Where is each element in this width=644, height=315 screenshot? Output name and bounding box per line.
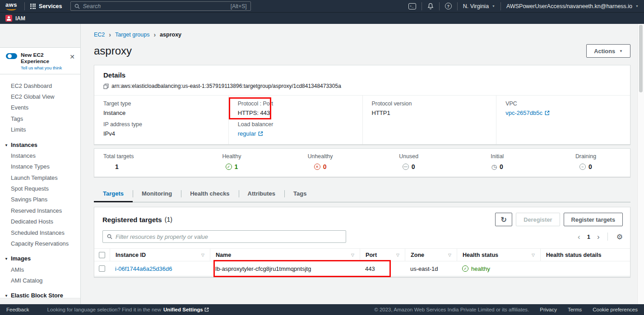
next-page-icon[interactable]: ›	[597, 233, 600, 241]
tab-attributes[interactable]: Attributes	[239, 186, 284, 202]
sidebar-item-ec2-dashboard[interactable]: EC2 Dashboard	[0, 80, 80, 91]
main-content: EC2 › Target groups › asproxy asproxy Ac…	[81, 24, 644, 304]
triangle-down-icon: ▼	[5, 257, 8, 261]
notifications-bell-icon[interactable]	[427, 3, 434, 10]
draining-minus-icon: −	[579, 164, 586, 170]
sidebar-item-ami-catalog[interactable]: AMI Catalog	[0, 275, 80, 286]
actions-button[interactable]: Actions ▼	[586, 44, 630, 58]
page-number[interactable]: 1	[587, 233, 590, 240]
aws-logo[interactable]: aws	[5, 2, 17, 10]
sort-icon[interactable]: ▽	[445, 253, 451, 257]
services-label: Services	[39, 3, 62, 9]
sort-icon[interactable]: ▽	[347, 253, 354, 257]
external-link-icon	[545, 110, 550, 115]
sidebar-item-spot-requests[interactable]: Spot Requests	[0, 183, 80, 194]
unused-icon: ⋯	[403, 164, 409, 170]
copyright-text: © 2023, Amazon Web Services India Privat…	[374, 307, 529, 312]
new-experience-label: New EC2 Experience	[21, 52, 69, 64]
search-input[interactable]	[83, 3, 231, 9]
tab-health-checks[interactable]: Health checks	[181, 186, 238, 202]
vpc-label: VPC	[505, 100, 621, 107]
scrollbar-thumb[interactable]	[639, 25, 643, 92]
tell-us-link[interactable]: Tell us what you think	[21, 65, 69, 70]
previous-page-icon[interactable]: ‹	[578, 233, 580, 241]
region-selector[interactable]: N. Virginia ▼	[463, 3, 495, 9]
sort-icon[interactable]: ▽	[528, 253, 535, 257]
sidebar-item-ec2-global-view[interactable]: EC2 Global View	[0, 91, 80, 102]
protocol-port-value: HTTPS: 443	[238, 110, 353, 116]
close-icon[interactable]: ✕	[69, 54, 75, 60]
row-checkbox[interactable]	[99, 265, 105, 272]
sidebar-item-capacity-reservations[interactable]: Capacity Reservations	[0, 238, 80, 249]
filter-box[interactable]	[102, 230, 346, 243]
help-icon[interactable]: ?	[445, 3, 452, 9]
protocol-version-label: Protocol version	[372, 100, 487, 107]
aws-logo-text: aws	[5, 2, 17, 7]
stat-draining: Draining −0	[542, 153, 630, 170]
sidebar-item-limits[interactable]: Limits	[0, 124, 80, 135]
deregister-button[interactable]: Deregister	[516, 213, 560, 226]
sidebar-item-instance-types[interactable]: Instance Types	[0, 161, 80, 172]
external-link-icon	[258, 131, 263, 136]
sort-icon[interactable]: ▽	[393, 253, 399, 257]
sidebar-item-amis[interactable]: AMIs	[0, 264, 80, 275]
breadcrumb-current: asproxy	[160, 32, 181, 38]
new-experience-toggle[interactable]	[6, 53, 17, 59]
cloudshell-icon[interactable]: ›_	[408, 3, 416, 9]
healthy-check-icon: ✓	[462, 265, 468, 272]
table-row: i-06f1744a6a25d36d6 lb-asproxytyler-cfcg…	[94, 261, 630, 276]
tab-tags[interactable]: Tags	[284, 186, 315, 202]
sidebar-nav: EC2 Dashboard EC2 Global View Events Tag…	[0, 74, 80, 298]
cookie-preferences-link[interactable]: Cookie preferences	[593, 307, 638, 312]
sidebar-section-ebs[interactable]: ▼Elastic Block Store	[0, 290, 80, 298]
sidebar-section-images[interactable]: ▼Images	[0, 253, 80, 264]
account-menu[interactable]: AWSPowerUserAccess/navaneeth.kn@harness.…	[506, 3, 639, 9]
aws-smile-icon	[6, 7, 16, 10]
load-balancer-link[interactable]: regular	[238, 130, 353, 137]
table-settings-gear-icon[interactable]: ⚙	[616, 233, 623, 241]
services-menu-button[interactable]: Services	[30, 3, 62, 9]
copy-icon[interactable]	[103, 83, 109, 89]
stat-unused: Unused ⋯0	[365, 153, 453, 170]
ip-address-type-value: IPv4	[103, 130, 219, 137]
breadcrumb: EC2 › Target groups › asproxy	[81, 24, 644, 38]
unified-settings-link[interactable]: Unified Settings	[163, 307, 209, 312]
instance-id-link[interactable]: i-06f1744a6a25d36d6	[115, 265, 172, 272]
sidebar-item-scheduled-instances[interactable]: Scheduled Instances	[0, 227, 80, 238]
feedback-button[interactable]: Feedback	[6, 307, 29, 312]
tab-monitoring[interactable]: Monitoring	[133, 186, 181, 202]
filter-input[interactable]	[116, 233, 342, 240]
refresh-button[interactable]: ↻	[495, 213, 512, 226]
sidebar-item-dedicated-hosts[interactable]: Dedicated Hosts	[0, 216, 80, 227]
scrollbar[interactable]	[637, 24, 644, 304]
sidebar-item-reserved-instances[interactable]: Reserved Instances	[0, 205, 80, 216]
sidebar-item-events[interactable]: Events	[0, 102, 80, 113]
sort-icon[interactable]: ▽	[198, 253, 204, 257]
triangle-down-icon: ▼	[5, 143, 8, 147]
select-all-checkbox[interactable]	[99, 252, 105, 258]
sidebar-item-launch-templates[interactable]: Launch Templates	[0, 172, 80, 183]
registered-targets-card: Registered targets (1) ↻ Deregister Regi…	[94, 207, 630, 277]
privacy-link[interactable]: Privacy	[540, 307, 557, 312]
divider	[422, 2, 422, 10]
sidebar-item-tags[interactable]: Tags	[0, 113, 80, 124]
favorite-iam-link[interactable]: IAM	[5, 15, 25, 22]
tab-bar: Targets Monitoring Health checks Attribu…	[94, 186, 630, 202]
terms-link[interactable]: Terms	[568, 307, 582, 312]
column-name: Name	[216, 252, 231, 258]
breadcrumb-target-groups[interactable]: Target groups	[115, 32, 149, 38]
register-targets-button[interactable]: Register targets	[564, 213, 623, 226]
stat-initial: Initial ◷0	[453, 153, 542, 170]
sidebar-section-instances[interactable]: ▼Instances	[0, 139, 80, 150]
tab-targets[interactable]: Targets	[94, 186, 133, 202]
breadcrumb-ec2[interactable]: EC2	[94, 32, 105, 38]
region-label: N. Virginia	[463, 3, 489, 9]
stat-healthy: Healthy ✓1	[187, 153, 276, 170]
sidebar-item-instances[interactable]: Instances	[0, 150, 80, 161]
chevron-down-icon: ▼	[635, 5, 639, 8]
search-shortcut: [Alt+S]	[231, 3, 247, 9]
global-search[interactable]: [Alt+S]	[70, 1, 251, 11]
target-port-cell: 443	[360, 265, 405, 272]
vpc-link[interactable]: vpc-2657db5c	[505, 110, 621, 116]
sidebar-item-savings-plans[interactable]: Savings Plans	[0, 194, 80, 205]
